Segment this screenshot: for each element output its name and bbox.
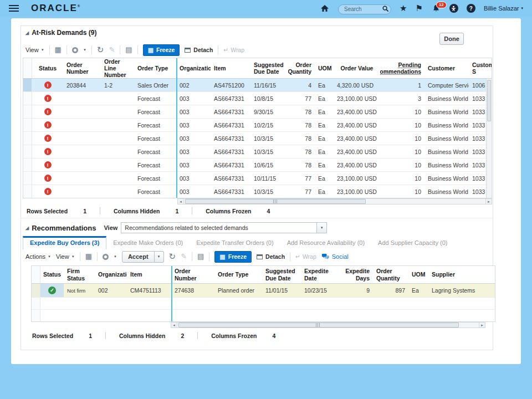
col-header-customer[interactable]: Customer [424,58,469,78]
vertical-scrollbar-thumb[interactable] [487,80,491,121]
notifications-bell-icon[interactable]: 12 [431,4,441,13]
columns-frozen-label: Columns Frozen [206,208,251,214]
col-header-order-quantity[interactable]: Order Quantity [288,58,315,78]
vertical-scrollbar[interactable] [486,79,492,198]
col-header-order-line-number[interactable]: Order Line Number [101,58,134,78]
view-menu[interactable]: View▼ [56,253,75,260]
at-risk-table-row[interactable]: ! Forecast 003 AS6647331 10/3/15 78 Ea 2… [23,132,492,145]
col-header-order-value[interactable]: Order Value [334,58,380,78]
scroll-left-icon[interactable]: ◄ [178,199,184,204]
col-header-organization[interactable]: Organization [95,266,127,283]
scroll-right-icon[interactable]: ► [479,323,485,328]
navigation-menu-icon[interactable] [9,5,19,12]
row-selector[interactable] [32,284,40,297]
scrollbar-track[interactable] [184,199,485,204]
col-header-expedite-date[interactable]: Expedite Date [301,266,341,283]
col-header-order-number[interactable]: Order Number [63,58,101,78]
at-risk-table-row[interactable]: ! Forecast 003 AS6647331 10/3/15 78 Ea 2… [23,145,492,158]
col-header-pending-recommendations[interactable]: Pending Recommendations [380,58,424,78]
at-risk-table-row[interactable]: ! Forecast 003 AS6647331 10/8/15 77 Ea 2… [23,92,492,105]
at-risk-table-row[interactable]: ! 203844 1-2 Sales Order 002 AS4751200 1… [23,79,492,92]
row-selector[interactable] [23,79,32,91]
accessibility-icon[interactable] [449,4,458,13]
collapse-disclosure-icon[interactable]: ◢ [25,226,29,231]
user-menu[interactable]: Billie Salazar▾ [484,5,523,12]
tab-expedite-make-orders[interactable]: Expedite Make Orders (0) [106,237,190,249]
scrollbar-thumb[interactable] [185,199,366,204]
row-selector[interactable] [23,132,32,145]
row-selector[interactable] [23,172,32,185]
col-header-order-quantity[interactable]: Order Quantity [373,266,408,283]
col-header-order-number[interactable]: Order Number [171,266,214,283]
scroll-right-icon[interactable]: ► [485,199,492,204]
circle-menu-caret-icon[interactable]: ▼ [83,48,86,52]
row-selector[interactable] [23,185,32,198]
accept-caret-icon[interactable]: ▼ [155,251,164,263]
at-risk-table-row[interactable]: ! Forecast 003 AS6647331 10/3/15 77 Ea 2… [23,185,492,198]
col-header-firm-status[interactable]: Firm Status [64,266,95,283]
row-selector[interactable] [23,105,32,118]
horizontal-scrollbar[interactable]: ◄ ► [177,198,492,204]
recommendation-table-row[interactable]: ✓ Not firm 002 CM4751113 274638 Planned … [32,284,495,298]
horizontal-scrollbar[interactable]: ◄ ► [171,322,485,328]
freeze-button[interactable]: ▦ Freeze [214,251,252,263]
col-header-item[interactable]: Item [127,266,171,283]
accept-button[interactable]: Accept [122,251,155,263]
watchlist-flag-icon[interactable]: ⚑ [415,4,422,13]
tab-expedite-transfer-orders[interactable]: Expedite Transfer Orders (0) [190,237,280,249]
freeze-button[interactable]: ▦ Freeze [143,44,180,56]
col-header-order-type[interactable]: Order Type [134,58,176,78]
search-icon[interactable] [382,4,389,14]
row-selector[interactable] [23,92,32,105]
at-risk-table-row[interactable]: ! Forecast 003 AS6647331 9/30/15 78 Ea 2… [23,105,492,119]
col-header-organization[interactable]: Organization [176,58,211,78]
col-header-item[interactable]: Item [211,58,250,78]
export-icon[interactable]: ▤ [125,46,132,54]
done-button[interactable]: Done [439,33,464,45]
rows-selected-label: Rows Selected [32,332,73,339]
select-column-header[interactable] [32,266,40,283]
row-selector[interactable] [23,158,32,171]
tab-add-resource-availability[interactable]: Add Resource Availability (0) [280,237,371,249]
refresh-icon[interactable]: ↻ [169,253,176,260]
select-column-header[interactable] [23,58,32,78]
scrollbar-track[interactable] [177,323,479,328]
circle-menu-icon[interactable] [72,47,78,53]
home-icon[interactable] [320,4,330,13]
col-header-status[interactable]: Status [32,58,63,78]
tab-add-supplier-capacity[interactable]: Add Supplier Capacity (0) [371,237,454,249]
dropdown-caret-icon[interactable]: ▼ [316,223,326,233]
query-by-example-icon[interactable]: ▦ [85,253,92,260]
col-header-uom[interactable]: UOM [315,58,334,78]
col-header-expedite-days[interactable]: Expedite Days [341,266,373,283]
actions-menu[interactable]: Actions▼ [25,253,51,260]
export-icon[interactable]: ▤ [197,253,204,260]
col-header-customer-site[interactable]: Customer S [469,58,492,78]
recommendations-view-dropdown[interactable]: Recommendations related to selected dema… [121,222,327,233]
col-header-supplier[interactable]: Supplier [428,266,489,283]
refresh-icon[interactable]: ↻ [97,46,104,54]
row-selector[interactable] [23,119,32,131]
circle-menu-caret-icon[interactable]: ▼ [114,255,117,258]
scrollbar-thumb[interactable] [178,323,459,328]
at-risk-table-row[interactable]: ! Forecast 003 AS6647331 10/2/15 78 Ea 2… [23,119,492,132]
detach-button[interactable]: Detach [185,47,213,53]
at-risk-table-row[interactable]: ! Forecast 003 AS6647331 10/6/15 78 Ea 2… [23,158,492,172]
at-risk-table-row[interactable]: ! Forecast 003 AS6647331 10/11/15 77 Ea … [23,172,492,185]
col-header-suggested-due-date[interactable]: Suggested Due Date [262,266,301,283]
col-header-order-type[interactable]: Order Type [214,266,262,283]
col-header-status[interactable]: Status [40,266,64,283]
detach-button[interactable]: Detach [257,253,285,260]
col-header-suggested-due-date[interactable]: Suggested Due Date [250,58,288,78]
query-by-example-icon[interactable]: ▦ [55,46,62,54]
circle-menu-icon[interactable] [103,254,109,260]
scroll-left-icon[interactable]: ◄ [171,323,177,328]
col-header-uom[interactable]: UOM [408,266,428,283]
favorites-star-icon[interactable]: ★ [400,4,407,13]
help-icon[interactable]: ? [467,4,475,13]
view-menu[interactable]: View▼ [25,47,44,53]
social-button[interactable]: Social [321,253,349,260]
row-selector[interactable] [23,145,32,158]
tab-expedite-buy-orders[interactable]: Expedite Buy Orders (3) [23,236,106,249]
collapse-disclosure-icon[interactable]: ◢ [25,30,29,35]
